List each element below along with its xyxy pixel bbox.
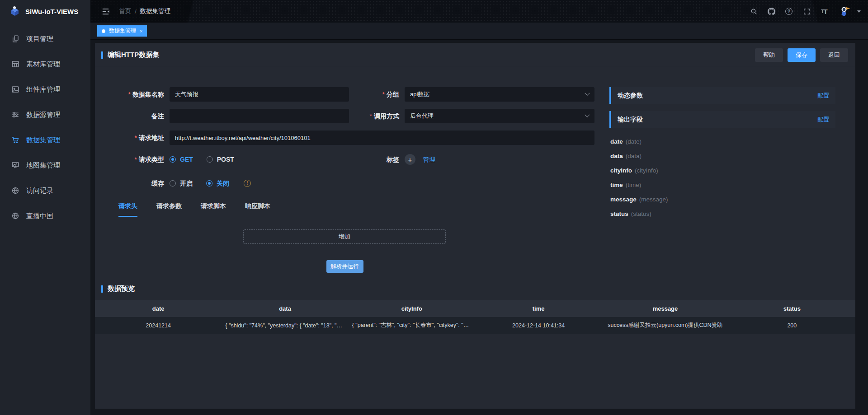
breadcrumb-current: 数据集管理 bbox=[140, 7, 171, 15]
dynamic-params-config-link[interactable]: 配置 bbox=[817, 92, 829, 100]
sidebar-item-label: 数据源管理 bbox=[26, 111, 60, 119]
sidebar-item-live[interactable]: 直播中国 bbox=[0, 203, 90, 228]
component-icon bbox=[11, 85, 19, 93]
output-field-item: time (time) bbox=[610, 177, 835, 192]
breadcrumb: 首页 / 数据集管理 bbox=[119, 7, 170, 15]
column-header: cityInfo bbox=[349, 300, 475, 317]
material-icon bbox=[11, 60, 19, 68]
parse-and-run-button[interactable]: 解析并运行 bbox=[326, 260, 363, 273]
tab-active-dot bbox=[102, 29, 105, 33]
field-name: status bbox=[610, 210, 628, 217]
add-header-button[interactable]: 增加 bbox=[243, 229, 446, 244]
tab-response-script[interactable]: 响应脚本 bbox=[245, 202, 270, 217]
invoke-mode-select[interactable]: 后台代理 bbox=[405, 109, 594, 123]
github-icon[interactable] bbox=[767, 7, 775, 15]
radio-circle-icon bbox=[206, 180, 212, 187]
radio-cache-off[interactable]: 关闭 bbox=[206, 176, 229, 191]
preview-title: 数据预览 bbox=[108, 284, 135, 293]
content: 编辑HTTP数据集 帮助 保存 返回 数据集名称 bbox=[90, 40, 868, 415]
column-header: data bbox=[222, 300, 348, 317]
group-select-value: api数据 bbox=[410, 90, 429, 98]
live-globe-icon bbox=[11, 212, 19, 220]
save-button[interactable]: 保存 bbox=[788, 48, 816, 62]
topbar: 首页 / 数据集管理 ? TT bbox=[90, 0, 868, 23]
radio-get[interactable]: GET bbox=[170, 152, 193, 167]
invoke-mode-select-value: 后台代理 bbox=[410, 112, 434, 120]
tags-label: 标签 bbox=[353, 152, 405, 167]
sidebar-item-project[interactable]: 项目管理 bbox=[0, 26, 90, 51]
help-icon[interactable]: ? bbox=[785, 7, 793, 15]
add-tag-button[interactable]: + bbox=[405, 154, 415, 165]
cell-message: success感谢又拍云(upyun.com)提供CDN赞助 bbox=[602, 317, 728, 334]
caret-down-icon[interactable] bbox=[857, 10, 861, 13]
cell-date: 20241214 bbox=[95, 317, 222, 334]
search-icon[interactable] bbox=[750, 7, 758, 15]
sidebar-item-material[interactable]: 素材库管理 bbox=[0, 51, 90, 77]
datasource-icon bbox=[11, 111, 19, 119]
radio-post-label: POST bbox=[217, 152, 234, 167]
back-button[interactable]: 返回 bbox=[820, 48, 848, 62]
form-row-5: 缓存 开启 关闭 ! bbox=[95, 176, 609, 191]
remark-input[interactable] bbox=[170, 109, 349, 123]
tab-request-headers[interactable]: 请求头 bbox=[118, 202, 137, 217]
tab-request-params[interactable]: 请求参数 bbox=[156, 202, 182, 217]
sidebar-item-component[interactable]: 组件库管理 bbox=[0, 77, 90, 102]
avatar[interactable] bbox=[838, 5, 851, 18]
fullscreen-icon[interactable] bbox=[802, 7, 811, 15]
tab-dataset-management[interactable]: 数据集管理 × bbox=[97, 25, 147, 37]
tab-close-icon[interactable]: × bbox=[140, 28, 142, 34]
column-header: date bbox=[95, 300, 222, 317]
radio-circle-icon bbox=[170, 156, 176, 163]
topbar-actions: ? TT bbox=[750, 5, 861, 18]
sidebar-item-label: 组件库管理 bbox=[26, 85, 60, 94]
column-header: status bbox=[729, 300, 855, 317]
tab-request-script[interactable]: 请求脚本 bbox=[201, 202, 226, 217]
radio-circle-icon bbox=[207, 156, 213, 163]
request-url-input[interactable] bbox=[170, 131, 594, 145]
group-select[interactable]: api数据 bbox=[405, 87, 594, 102]
dynamic-params-title: 动态参数 bbox=[618, 92, 643, 100]
output-fields-config-link[interactable]: 配置 bbox=[817, 116, 829, 124]
sidebar-item-records[interactable]: 访问记录 bbox=[0, 178, 90, 203]
field-name: cityInfo bbox=[610, 167, 632, 174]
menu-fold-icon[interactable] bbox=[101, 7, 110, 16]
radio-cache-on[interactable]: 开启 bbox=[170, 176, 193, 191]
table-row: 20241214 { "shidu": "74%", "yesterday": … bbox=[95, 317, 855, 334]
header-actions: 帮助 保存 返回 bbox=[755, 48, 848, 62]
form-row-1: 数据集名称 分组 api数据 bbox=[95, 87, 609, 102]
cache-radio-group: 开启 关闭 ! bbox=[170, 176, 251, 191]
field-name: time bbox=[610, 182, 623, 188]
output-fields-title: 输出字段 bbox=[618, 116, 643, 124]
output-fields-header: 输出字段 配置 bbox=[609, 111, 835, 128]
manage-tags-link[interactable]: 管理 bbox=[423, 152, 435, 167]
sidebar-item-dataset[interactable]: 数据集管理 bbox=[0, 127, 90, 153]
breadcrumb-separator: / bbox=[135, 8, 137, 15]
preview-table: date data cityInfo time message status 2… bbox=[95, 300, 855, 334]
help-button[interactable]: 帮助 bbox=[755, 48, 783, 62]
edit-dataset-card: 编辑HTTP数据集 帮助 保存 返回 数据集名称 bbox=[95, 43, 855, 409]
tab-strip: 数据集管理 × bbox=[90, 23, 868, 40]
column-header: message bbox=[602, 300, 728, 317]
records-globe-icon bbox=[11, 187, 19, 195]
sidebar-item-label: 项目管理 bbox=[26, 35, 53, 43]
dataset-name-input[interactable] bbox=[170, 87, 349, 102]
sidebar-item-datasource[interactable]: 数据源管理 bbox=[0, 102, 90, 127]
output-field-item: cityInfo (cityInfo) bbox=[610, 163, 835, 177]
form-row-2: 备注 调用方式 后台代理 bbox=[95, 109, 609, 123]
form-row-4: 请求类型 GET POST bbox=[95, 152, 609, 167]
output-field-item: date (date) bbox=[610, 134, 835, 149]
cell-data: { "shidu": "74%", "yesterday": { "date":… bbox=[222, 317, 348, 334]
radio-post[interactable]: POST bbox=[207, 152, 234, 167]
card-header: 编辑HTTP数据集 帮助 保存 返回 bbox=[95, 43, 855, 67]
sidebar-item-mapset[interactable]: 地图集管理 bbox=[0, 153, 90, 178]
sidebar-item-label: 素材库管理 bbox=[26, 60, 60, 69]
font-size-icon[interactable]: TT bbox=[820, 7, 828, 15]
radio-cache-on-label: 开启 bbox=[180, 176, 193, 191]
sidebar-menu: 项目管理 素材库管理 组件库管理 数据源管理 bbox=[0, 23, 90, 228]
breadcrumb-home[interactable]: 首页 bbox=[119, 7, 131, 15]
dataset-cart-icon bbox=[11, 136, 19, 144]
request-type-radio-group: GET POST bbox=[170, 152, 248, 167]
chevron-down-icon bbox=[585, 112, 590, 117]
sidebar-item-label: 直播中国 bbox=[26, 212, 53, 220]
preview-title-row: 数据预览 bbox=[95, 284, 855, 293]
